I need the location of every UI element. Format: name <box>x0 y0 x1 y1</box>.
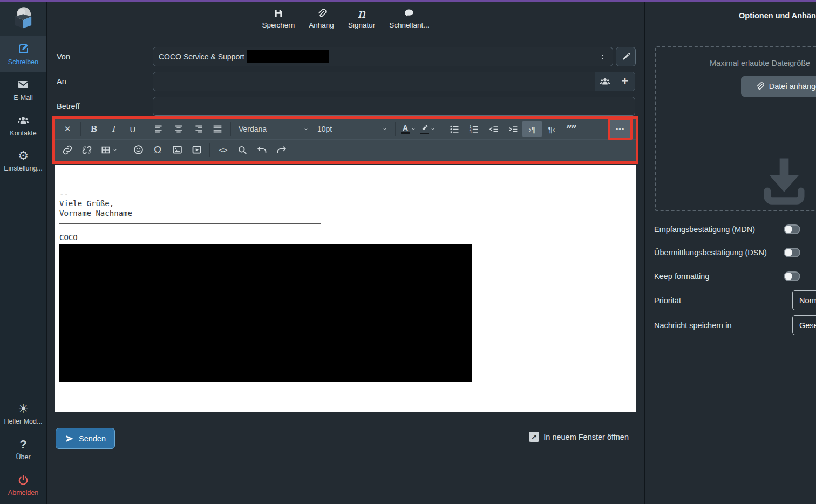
attach-file-button[interactable]: Datei anhängen <box>741 76 816 97</box>
ltr-button[interactable]: ›¶ <box>522 121 542 137</box>
compose-actions-bar: Speichern Anhang n Signatur Schnellant..… <box>47 2 644 35</box>
logo-icon <box>9 5 37 33</box>
bullet-list-button[interactable] <box>445 121 464 137</box>
more-toolbar-button[interactable]: ••• <box>610 120 630 138</box>
media-icon <box>191 144 202 155</box>
sidebar-item-label: Einstellung... <box>4 165 43 172</box>
bold-button[interactable]: B <box>84 121 104 137</box>
font-size-value: 10pt <box>317 125 332 133</box>
keep-formatting-toggle[interactable] <box>784 271 800 281</box>
italic-button[interactable]: I <box>104 121 123 137</box>
add-recipient-field-button[interactable]: + <box>615 72 635 91</box>
source-code-button[interactable]: <> <box>213 142 233 158</box>
outdent-button[interactable] <box>484 121 503 137</box>
mdn-label: Empfangsbestätigung (MDN) <box>654 225 755 234</box>
toolbar-separator <box>209 143 210 157</box>
send-button-label: Senden <box>79 434 106 443</box>
editor-toolbar-highlight: ✕ B I U Verdana 10pt A <box>52 116 638 164</box>
search-button[interactable] <box>233 142 252 158</box>
special-char-button[interactable]: Ω <box>148 142 167 158</box>
chevron-down-icon <box>430 126 436 132</box>
numbered-list-button[interactable] <box>464 121 484 137</box>
quick-reply-button[interactable]: Schnellant... <box>389 8 429 29</box>
external-link-icon: ↗ <box>529 432 539 442</box>
signature-button[interactable]: n Signatur <box>348 8 375 29</box>
message-body-editor[interactable]: -- Viele Grüße, Vorname Nachname COCO <box>55 165 636 412</box>
align-center-button[interactable] <box>169 121 188 137</box>
sidebar-item-contacts[interactable]: Kontakte <box>0 107 46 143</box>
justify-button[interactable] <box>208 121 227 137</box>
attachment-button[interactable]: Anhang <box>309 8 334 29</box>
align-right-button[interactable] <box>188 121 208 137</box>
redo-icon <box>276 144 287 155</box>
underline-button[interactable]: U <box>123 121 142 137</box>
highlight-color-button[interactable] <box>418 121 438 137</box>
insert-image-button[interactable] <box>167 142 187 158</box>
mdn-toggle[interactable] <box>784 224 800 234</box>
align-left-button[interactable] <box>149 121 169 137</box>
dsn-toggle[interactable] <box>784 248 800 257</box>
sidebar-item-mail[interactable]: E-Mail <box>0 72 46 107</box>
redacted-from-address <box>247 50 329 63</box>
save-icon <box>273 8 284 19</box>
edit-identity-button[interactable] <box>616 47 636 66</box>
compose-icon <box>17 43 30 56</box>
insert-link-button[interactable] <box>58 142 77 158</box>
open-in-new-window-label: In neuem Fenster öffnen <box>543 433 629 441</box>
priority-value: Normal <box>799 296 816 305</box>
subject-input[interactable] <box>153 97 635 116</box>
sidebar-item-about[interactable]: ? Über <box>0 432 46 467</box>
highlight-color-bar <box>420 133 429 134</box>
align-left-icon <box>153 123 165 135</box>
close-toolbar-button[interactable]: ✕ <box>58 121 77 137</box>
chevron-down-icon <box>382 126 387 132</box>
signature-icon: n <box>358 8 366 19</box>
attachment-dropzone[interactable]: Maximal erlaubte Dateigröße Datei anhäng… <box>655 46 816 211</box>
sidebar-item-compose[interactable]: Schreiben <box>0 36 46 72</box>
priority-select[interactable]: Normal <box>792 290 816 310</box>
table-button[interactable] <box>97 142 121 158</box>
editor-toolbar-row2: Ω <> <box>55 139 636 160</box>
insert-media-button[interactable] <box>187 142 206 158</box>
question-icon: ? <box>19 439 26 451</box>
remove-link-button[interactable] <box>77 142 97 158</box>
toolbar-separator <box>146 122 146 136</box>
emoji-button[interactable] <box>128 142 148 158</box>
sidebar-item-settings[interactable]: ⚙ Einstellung... <box>0 143 46 179</box>
dsn-option-row: Übermittlungsbestätigung (DSN) <box>654 244 816 261</box>
search-icon <box>237 145 248 155</box>
font-size-select[interactable]: 10pt <box>313 121 392 137</box>
app-logo[interactable] <box>0 2 46 36</box>
chevron-down-icon <box>303 126 309 132</box>
redo-button[interactable] <box>271 142 291 158</box>
toggle-knob <box>785 273 792 280</box>
undo-button[interactable] <box>252 142 271 158</box>
to-row: An + <box>57 72 635 91</box>
paperclip-icon <box>755 81 765 91</box>
blockquote-button[interactable]: ”” <box>561 121 581 137</box>
signature-line: -- <box>59 189 631 199</box>
sidebar-item-light-mode[interactable]: ☀ Heller Mod... <box>0 396 46 432</box>
image-icon <box>172 144 183 155</box>
to-input[interactable] <box>153 72 595 91</box>
align-right-icon <box>192 123 204 135</box>
chevron-down-icon <box>112 147 118 153</box>
send-button[interactable]: Senden <box>56 428 115 449</box>
add-contact-button[interactable] <box>595 72 615 91</box>
from-select[interactable]: COCO Service & Support <box>153 47 613 66</box>
save-button[interactable]: Speichern <box>262 8 295 29</box>
align-center-icon <box>173 123 185 135</box>
gear-icon: ⚙ <box>18 150 29 162</box>
text-color-button[interactable]: A <box>399 121 418 137</box>
sidebar-item-logout[interactable]: Abmelden <box>0 467 46 503</box>
open-in-new-window-link[interactable]: ↗ In neuem Fenster öffnen <box>529 432 629 442</box>
link-icon <box>62 145 73 155</box>
signature-block: -- Viele Grüße, Vorname Nachname COCO <box>59 189 631 382</box>
paper-plane-icon <box>65 434 74 444</box>
rtl-button[interactable]: ¶‹ <box>542 121 561 137</box>
font-family-select[interactable]: Verdana <box>234 121 313 137</box>
people-icon <box>16 114 30 127</box>
save-folder-select[interactable]: Gesendet <box>792 315 816 335</box>
indent-button[interactable] <box>503 121 522 137</box>
font-family-value: Verdana <box>239 125 267 133</box>
